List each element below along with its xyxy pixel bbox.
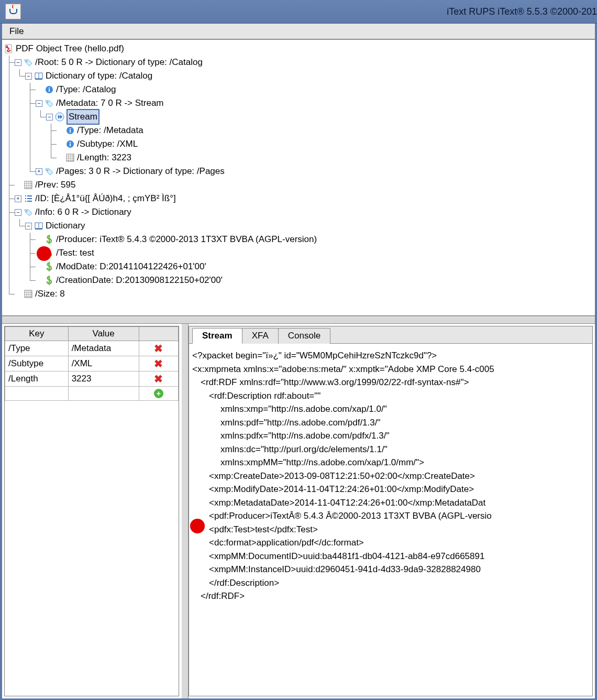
stream-line: <rdf:RDF xmlns:rdf="http://www.w3.org/19…: [192, 376, 589, 389]
tag-icon: [45, 167, 54, 176]
stream-line: xmlns:pdfx="http://ns.adobe.com/pdfx/1.3…: [192, 429, 589, 443]
tree-node-stream-length[interactable]: /Length: 3223: [4, 151, 593, 165]
tree-node-prev[interactable]: /Prev: 595: [4, 178, 593, 192]
menubar: File: [2, 24, 595, 40]
toggle-icon[interactable]: [25, 223, 32, 229]
table-row-add[interactable]: +: [5, 387, 179, 401]
stream-content[interactable]: <?xpacket begin="ï»¿" id="W5M0MpCehiHzre…: [189, 344, 592, 696]
pdf-object-tree: PDF Object Tree (hello.pdf) /Root: 5 0 R…: [4, 41, 593, 301]
stream-line: <pdf:Producer>iTextÂ® 5.4.3 Â©2000-2013 …: [192, 509, 589, 523]
col-action: [139, 327, 178, 341]
string-icon: [45, 235, 54, 244]
toggle-icon[interactable]: [36, 100, 42, 107]
stream-line: <?xpacket begin="ï»¿" id="W5M0MpCehiHzre…: [192, 349, 589, 363]
info-icon: [45, 85, 54, 94]
tree-node-stream[interactable]: Stream: [4, 110, 593, 124]
tree-node-info-dict[interactable]: Dictionary: [4, 219, 593, 233]
stream-line: <x:xmpmeta xmlns:x="adobe:ns:meta/" x:xm…: [192, 363, 589, 376]
list-icon: [24, 194, 33, 203]
toggle-icon[interactable]: [15, 209, 21, 216]
stream-line: xmlns:dc="http://purl.org/dc/elements/1.…: [192, 443, 589, 456]
stream-line: xmlns:pdf="http://ns.adobe.com/pdf/1.3/": [192, 416, 589, 430]
key-value-table[interactable]: Key Value /Type /Metadata ✖ /Subtype /XM…: [4, 326, 179, 696]
add-icon[interactable]: +: [154, 389, 163, 398]
tree-node-producer[interactable]: /Producer: iText® 5.4.3 ©2000-2013 1T3XT…: [4, 233, 593, 246]
menu-file[interactable]: File: [5, 25, 28, 38]
tree-node-catalog-dict[interactable]: Dictionary of type: /Catalog: [4, 69, 593, 83]
grid-icon: [24, 289, 33, 299]
stream-line: <dc:format>application/pdf</dc:format>: [192, 536, 589, 550]
delete-icon[interactable]: ✖: [154, 358, 163, 369]
tree-node-moddate[interactable]: /ModDate: D:20141104122426+01'00': [4, 260, 593, 274]
tab-stream[interactable]: Stream: [192, 328, 242, 344]
book-icon: [34, 71, 43, 81]
stream-line: </rdf:Description>: [192, 576, 589, 590]
tabs-row: Stream XFA Console: [189, 326, 592, 344]
stream-line: xmlns:xmp="http://ns.adobe.com/xap/1.0/": [192, 402, 589, 416]
tree-node-stream-subtype[interactable]: /Subtype: /XML: [4, 137, 593, 151]
toggle-icon[interactable]: +: [15, 195, 21, 202]
tree-node-stream-type[interactable]: /Type: /Metadata: [4, 124, 593, 137]
annotation-dot-icon: [190, 519, 205, 533]
pdf-icon: [4, 44, 14, 53]
info-icon: [65, 139, 75, 149]
toggle-icon[interactable]: [15, 59, 21, 66]
annotation-dot-icon: [37, 246, 51, 261]
stream-line: <xmp:MetadataDate>2014-11-04T12:24:26+01…: [192, 496, 589, 510]
tree-node-test[interactable]: /Test: test: [4, 246, 593, 260]
window-title: iText RUPS iText® 5.5.3 ©2000-201: [447, 6, 597, 17]
tree-root[interactable]: PDF Object Tree (hello.pdf): [4, 42, 593, 56]
delete-icon[interactable]: ✖: [154, 343, 163, 354]
bottom-pane: Key Value /Type /Metadata ✖ /Subtype /XM…: [2, 324, 595, 698]
stream-line: <rdf:Description rdf:about="": [192, 389, 589, 403]
detail-pane: Stream XFA Console <?xpacket begin="ï»¿"…: [189, 326, 593, 696]
stream-icon: [55, 112, 64, 122]
tree-node-id[interactable]: + /ID: [È¿Å1°ü{[ ÅÚð)h4, ; çmYB² Ìß°]: [4, 192, 593, 205]
info-icon: [65, 126, 75, 135]
stream-line: xmlns:xmpMM="http://ns.adobe.com/xap/1.0…: [192, 456, 589, 469]
toggle-icon[interactable]: +: [36, 168, 42, 175]
tree-node-metadata-ref[interactable]: /Metadata: 7 0 R -> Stream: [4, 96, 593, 110]
col-value[interactable]: Value: [68, 327, 139, 341]
window-titlebar: iText RUPS iText® 5.5.3 ©2000-201: [0, 0, 597, 24]
toggle-icon[interactable]: [25, 73, 32, 80]
tree-node-root-ref[interactable]: /Root: 5 0 R -> Dictionary of type: /Cat…: [4, 56, 593, 69]
book-icon: [34, 221, 43, 231]
tab-xfa[interactable]: XFA: [242, 328, 279, 344]
grid-icon: [65, 153, 75, 162]
tree-node-size[interactable]: /Size: 8: [4, 287, 593, 301]
table-row[interactable]: /Length 3223 ✖: [5, 371, 179, 387]
workarea: File PDF Object Tree (hello.pdf) /Root: …: [0, 24, 597, 700]
stream-line: <pdfx:Test>test</pdfx:Test>: [192, 523, 589, 537]
tag-icon: [45, 99, 54, 108]
stream-line: <xmp:ModifyDate>2014-11-04T12:24:26+01:0…: [192, 483, 589, 496]
stream-line: </rdf:RDF>: [192, 589, 589, 603]
table-row[interactable]: /Type /Metadata ✖: [5, 341, 179, 356]
tag-icon: [24, 58, 33, 67]
tag-icon: [24, 207, 33, 217]
tree-selected-node: Stream: [67, 109, 100, 125]
tree-node-pages-ref[interactable]: + /Pages: 3 0 R -> Dictionary of type: /…: [4, 165, 593, 178]
col-key[interactable]: Key: [5, 327, 69, 341]
stream-line: <xmpMM:DocumentID>uuid:ba4481f1-db04-412…: [192, 550, 589, 563]
table-row[interactable]: /Subtype /XML ✖: [5, 356, 179, 371]
string-icon: [45, 276, 54, 285]
java-icon: [5, 4, 21, 19]
tree-node-creationdate[interactable]: /CreationDate: D:20130908122150+02'00': [4, 274, 593, 287]
tree-node-catalog-type[interactable]: /Type: /Catalog: [4, 83, 593, 96]
delete-icon[interactable]: ✖: [154, 373, 163, 385]
tree-pane[interactable]: PDF Object Tree (hello.pdf) /Root: 5 0 R…: [2, 40, 595, 316]
tab-console[interactable]: Console: [278, 328, 330, 344]
tree-node-info-ref[interactable]: /Info: 6 0 R -> Dictionary: [4, 205, 593, 219]
horizontal-splitter[interactable]: [2, 316, 595, 324]
string-icon: [45, 262, 54, 271]
grid-icon: [24, 180, 33, 190]
tree-root-label: PDF Object Tree (hello.pdf): [16, 42, 124, 56]
stream-line: <xmpMM:InstanceID>uuid:d2960451-941d-4d3…: [192, 563, 589, 576]
toggle-icon[interactable]: [46, 114, 53, 121]
vertical-splitter[interactable]: [181, 324, 189, 698]
stream-line: <xmp:CreateDate>2013-09-08T12:21:50+02:0…: [192, 469, 589, 483]
